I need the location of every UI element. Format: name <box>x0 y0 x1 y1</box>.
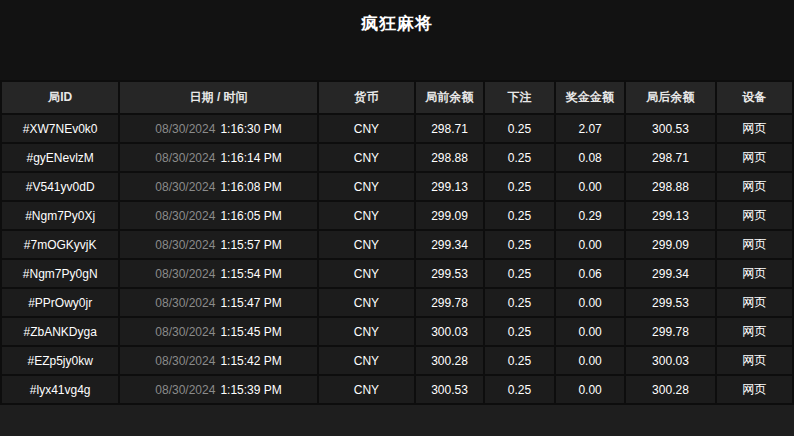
cell-currency: CNY <box>319 347 414 374</box>
time-text: 1:15:57 PM <box>220 238 281 252</box>
cell-currency: CNY <box>319 318 414 345</box>
table-row: #XW7NEv0k0 08/30/20241:16:30 PM CNY 298.… <box>2 115 792 142</box>
table-row: #gyENevlzM 08/30/20241:16:14 PM CNY 298.… <box>2 144 792 171</box>
cell-balance-before: 299.53 <box>416 260 483 287</box>
cell-prize: 0.06 <box>556 260 624 287</box>
cell-datetime: 08/30/20241:15:39 PM <box>120 376 316 403</box>
cell-balance-before: 300.03 <box>416 318 483 345</box>
cell-prize: 0.00 <box>556 318 624 345</box>
time-text: 1:16:14 PM <box>220 151 281 165</box>
page: 疯狂麻将 局ID 日期 / 时间 货币 局前余额 下注 奖金金额 局后余额 设备 <box>0 0 794 436</box>
date-text: 08/30/2024 <box>155 238 215 252</box>
cell-game-id: #7mOGKyvjK <box>2 231 118 258</box>
page-header: 疯狂麻将 <box>0 0 794 80</box>
date-text: 08/30/2024 <box>155 122 215 136</box>
cell-balance-after: 300.28 <box>626 376 714 403</box>
date-text: 08/30/2024 <box>155 296 215 310</box>
cell-game-id: #ZbANKDyga <box>2 318 118 345</box>
cell-datetime: 08/30/20241:15:42 PM <box>120 347 316 374</box>
time-text: 1:16:05 PM <box>220 209 281 223</box>
cell-bet: 0.25 <box>485 173 554 200</box>
cell-bet: 0.25 <box>485 289 554 316</box>
page-bottom-area <box>0 405 794 436</box>
game-history-table: 局ID 日期 / 时间 货币 局前余额 下注 奖金金额 局后余额 设备 #XW7… <box>0 80 794 405</box>
cell-balance-after: 298.88 <box>626 173 714 200</box>
col-header-game-id: 局ID <box>2 82 118 113</box>
cell-game-id: #EZp5jy0kw <box>2 347 118 374</box>
col-header-device: 设备 <box>717 82 792 113</box>
cell-prize: 0.00 <box>556 231 624 258</box>
cell-balance-before: 300.53 <box>416 376 483 403</box>
cell-device: 网页 <box>717 318 792 345</box>
cell-game-id: #V541yv0dD <box>2 173 118 200</box>
table-row: #EZp5jy0kw 08/30/20241:15:42 PM CNY 300.… <box>2 347 792 374</box>
cell-balance-before: 298.71 <box>416 115 483 142</box>
cell-prize: 0.00 <box>556 347 624 374</box>
col-header-bet: 下注 <box>485 82 554 113</box>
cell-bet: 0.25 <box>485 231 554 258</box>
time-text: 1:15:47 PM <box>220 296 281 310</box>
cell-currency: CNY <box>319 231 414 258</box>
cell-datetime: 08/30/20241:15:45 PM <box>120 318 316 345</box>
cell-bet: 0.25 <box>485 202 554 229</box>
table-row: #7mOGKyvjK 08/30/20241:15:57 PM CNY 299.… <box>2 231 792 258</box>
time-text: 1:15:39 PM <box>220 383 281 397</box>
cell-currency: CNY <box>319 202 414 229</box>
cell-device: 网页 <box>717 173 792 200</box>
cell-datetime: 08/30/20241:15:54 PM <box>120 260 316 287</box>
cell-bet: 0.25 <box>485 260 554 287</box>
cell-currency: CNY <box>319 115 414 142</box>
cell-prize: 0.08 <box>556 144 624 171</box>
cell-game-id: #XW7NEv0k0 <box>2 115 118 142</box>
cell-balance-before: 298.88 <box>416 144 483 171</box>
cell-balance-after: 300.03 <box>626 347 714 374</box>
cell-datetime: 08/30/20241:15:47 PM <box>120 289 316 316</box>
col-header-currency: 货币 <box>319 82 414 113</box>
cell-balance-before: 299.09 <box>416 202 483 229</box>
cell-prize: 0.29 <box>556 202 624 229</box>
table-row: #ZbANKDyga 08/30/20241:15:45 PM CNY 300.… <box>2 318 792 345</box>
cell-game-id: #lyx41vg4g <box>2 376 118 403</box>
cell-game-id: #PPrOwy0jr <box>2 289 118 316</box>
cell-game-id: #Ngm7Py0gN <box>2 260 118 287</box>
cell-balance-before: 299.78 <box>416 289 483 316</box>
table-row: #PPrOwy0jr 08/30/20241:15:47 PM CNY 299.… <box>2 289 792 316</box>
cell-balance-after: 299.78 <box>626 318 714 345</box>
cell-balance-before: 299.13 <box>416 173 483 200</box>
date-text: 08/30/2024 <box>155 325 215 339</box>
time-text: 1:15:42 PM <box>220 354 281 368</box>
date-text: 08/30/2024 <box>155 354 215 368</box>
table-row: #Ngm7Py0gN 08/30/20241:15:54 PM CNY 299.… <box>2 260 792 287</box>
cell-datetime: 08/30/20241:16:08 PM <box>120 173 316 200</box>
cell-balance-after: 299.13 <box>626 202 714 229</box>
cell-balance-after: 299.53 <box>626 289 714 316</box>
cell-datetime: 08/30/20241:16:30 PM <box>120 115 316 142</box>
cell-currency: CNY <box>319 173 414 200</box>
cell-game-id: #Ngm7Py0Xj <box>2 202 118 229</box>
cell-device: 网页 <box>717 231 792 258</box>
cell-currency: CNY <box>319 144 414 171</box>
page-title: 疯狂麻将 <box>361 0 433 35</box>
col-header-balance-before: 局前余额 <box>416 82 483 113</box>
cell-prize: 0.00 <box>556 376 624 403</box>
cell-datetime: 08/30/20241:16:05 PM <box>120 202 316 229</box>
cell-device: 网页 <box>717 289 792 316</box>
cell-prize: 0.00 <box>556 173 624 200</box>
cell-currency: CNY <box>319 376 414 403</box>
cell-balance-before: 300.28 <box>416 347 483 374</box>
date-text: 08/30/2024 <box>155 383 215 397</box>
cell-bet: 0.25 <box>485 347 554 374</box>
cell-game-id: #gyENevlzM <box>2 144 118 171</box>
cell-device: 网页 <box>717 260 792 287</box>
cell-device: 网页 <box>717 347 792 374</box>
cell-bet: 0.25 <box>485 144 554 171</box>
cell-datetime: 08/30/20241:15:57 PM <box>120 231 316 258</box>
table-row: #lyx41vg4g 08/30/20241:15:39 PM CNY 300.… <box>2 376 792 403</box>
cell-datetime: 08/30/20241:16:14 PM <box>120 144 316 171</box>
cell-device: 网页 <box>717 202 792 229</box>
time-text: 1:15:45 PM <box>220 325 281 339</box>
cell-balance-after: 298.71 <box>626 144 714 171</box>
cell-balance-before: 299.34 <box>416 231 483 258</box>
cell-bet: 0.25 <box>485 115 554 142</box>
col-header-prize: 奖金金额 <box>556 82 624 113</box>
